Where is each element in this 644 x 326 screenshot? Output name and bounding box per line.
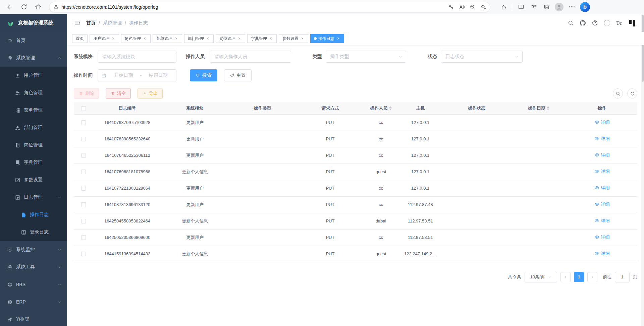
sidebar-item-dict-mgmt[interactable]: 字典管理 [0, 154, 67, 171]
status-select[interactable]: 日志状态 [441, 51, 523, 63]
type-select[interactable]: 操作类型 [326, 51, 406, 63]
browser-settings-menu-icon[interactable] [567, 2, 577, 12]
row-checkbox[interactable] [81, 235, 86, 240]
col-operator[interactable]: 操作人员 [364, 102, 398, 114]
detail-link[interactable]: 详细 [594, 185, 609, 191]
sort-icon[interactable] [547, 106, 549, 110]
tab-dept-mgmt[interactable]: 部门管理× [184, 34, 214, 43]
breadcrumb-system-mgmt[interactable]: 系统管理 [103, 20, 122, 26]
tab-dict-mgmt[interactable]: 字典管理× [247, 34, 277, 43]
close-icon[interactable]: × [300, 36, 305, 41]
sidebar-item-param-settings[interactable]: 参数设置 [0, 171, 67, 189]
collections-icon[interactable] [541, 2, 552, 12]
browser-profile-avatar[interactable] [554, 2, 565, 12]
reset-button[interactable]: 重置 [224, 69, 252, 81]
clear-button[interactable]: 清空 [106, 88, 131, 99]
detail-link[interactable]: 详细 [594, 136, 609, 142]
sidebar-item-user-mgmt[interactable]: 用户管理 [0, 67, 67, 84]
detail-link[interactable]: 详细 [594, 218, 609, 224]
close-icon[interactable]: × [237, 36, 241, 41]
sidebar-item-dept-mgmt[interactable]: 部门管理 [0, 119, 67, 136]
sidebar-item-post-mgmt[interactable]: 岗位管理 [0, 136, 67, 154]
sort-icon[interactable] [389, 106, 392, 110]
breadcrumb-home[interactable]: 首页 [86, 20, 96, 26]
tab-post-mgmt[interactable]: 岗位管理× [216, 34, 245, 43]
operator-input[interactable] [210, 51, 291, 63]
close-icon[interactable]: × [174, 36, 178, 41]
export-button[interactable]: 导出 [138, 88, 163, 99]
goto-page-input[interactable] [615, 272, 630, 282]
row-checkbox[interactable] [81, 120, 86, 125]
delete-button[interactable]: 删除 [74, 88, 99, 99]
sidebar-item-role-mgmt[interactable]: 角色管理 [0, 84, 67, 102]
zoom-out-icon[interactable] [468, 2, 477, 12]
sidebar-item-erp[interactable]: ERP [0, 293, 67, 311]
help-icon[interactable] [592, 20, 598, 26]
select-all-checkbox[interactable] [81, 106, 86, 111]
row-checkbox[interactable] [81, 252, 86, 256]
sidebar-item-login-log[interactable]: 登录日志 [0, 223, 67, 241]
tab-home[interactable]: 首页 [72, 34, 88, 43]
row-checkbox[interactable] [81, 219, 86, 223]
tab-role-mgmt[interactable]: 角色管理× [121, 34, 151, 43]
sidebar-item-system-tools[interactable]: 系统工具 [0, 258, 67, 276]
sidebar-item-log-mgmt[interactable]: 日志管理 [0, 189, 67, 206]
sidebar-item-home[interactable]: 首页 [0, 32, 67, 49]
close-icon[interactable]: × [111, 36, 115, 41]
close-icon[interactable]: × [269, 36, 273, 41]
next-page-button[interactable] [587, 272, 597, 282]
detail-link[interactable]: 详细 [594, 251, 609, 257]
github-icon[interactable] [580, 20, 586, 26]
split-screen-icon[interactable] [516, 2, 526, 12]
extensions-icon[interactable] [498, 2, 509, 12]
detail-link[interactable]: 详细 [594, 201, 609, 207]
tab-menu-mgmt[interactable]: 菜单管理× [153, 34, 182, 43]
bing-chat-icon[interactable]: b [580, 2, 590, 12]
favorite-star-icon[interactable] [479, 2, 488, 12]
user-logo-avatar[interactable] [629, 19, 637, 27]
detail-link[interactable]: 详细 [594, 152, 609, 158]
sidebar-item-yi-framework[interactable]: Yi框架 [0, 311, 67, 326]
date-range-picker[interactable]: 开始日期 - 结束日期 [98, 69, 176, 81]
detail-link[interactable]: 详细 [594, 119, 609, 125]
fullscreen-icon[interactable] [604, 20, 610, 26]
tab-param-settings[interactable]: 参数设置× [279, 34, 308, 43]
page-scrollbar[interactable] [641, 14, 644, 326]
favorites-bar-icon[interactable] [528, 2, 539, 12]
page-size-select[interactable]: 10条/页 [525, 272, 557, 282]
tab-user-mgmt[interactable]: 用户管理× [90, 34, 119, 43]
detail-link[interactable]: 详细 [594, 234, 609, 240]
row-checkbox[interactable] [81, 202, 86, 207]
sidebar-item-oper-log[interactable]: 操作日志 [0, 206, 67, 223]
address-bar[interactable]: https://ccnetcore.com:1101/system/log/op… [49, 2, 490, 12]
close-icon[interactable]: × [206, 36, 210, 41]
toggle-search-button[interactable] [613, 88, 623, 99]
row-checkbox[interactable] [81, 153, 86, 158]
close-icon[interactable]: × [336, 36, 340, 41]
module-input[interactable] [98, 51, 176, 63]
sidebar-item-bbs[interactable]: BBS [0, 276, 67, 293]
header-search-icon[interactable] [568, 20, 574, 26]
sidebar-item-system-mgmt[interactable]: 系统管理 [0, 49, 67, 67]
row-checkbox[interactable] [81, 170, 86, 174]
sidebar-item-menu-mgmt[interactable]: 菜单管理 [0, 102, 67, 119]
font-size-icon[interactable] [616, 19, 623, 26]
row-checkbox[interactable] [81, 186, 86, 191]
close-icon[interactable]: × [143, 36, 147, 41]
sidebar-item-system-monitor[interactable]: 系统监控 [0, 241, 67, 258]
browser-back-button[interactable] [4, 1, 15, 13]
prev-page-button[interactable] [560, 272, 571, 282]
detail-link[interactable]: 详细 [594, 169, 609, 175]
sidebar-collapse-icon[interactable] [74, 19, 81, 26]
scrollbar-thumb[interactable] [642, 15, 644, 82]
browser-home-button[interactable] [32, 1, 44, 13]
password-key-icon[interactable] [446, 2, 456, 12]
page-number-1[interactable]: 1 [574, 272, 584, 282]
col-date[interactable]: 操作日期 [511, 102, 567, 114]
row-checkbox[interactable] [81, 137, 86, 141]
search-button[interactable]: 搜索 [190, 69, 217, 81]
browser-refresh-button[interactable] [18, 1, 30, 13]
refresh-table-button[interactable] [627, 88, 637, 99]
tab-oper-log[interactable]: 操作日志× [310, 34, 344, 43]
read-aloud-icon[interactable] [457, 2, 467, 12]
